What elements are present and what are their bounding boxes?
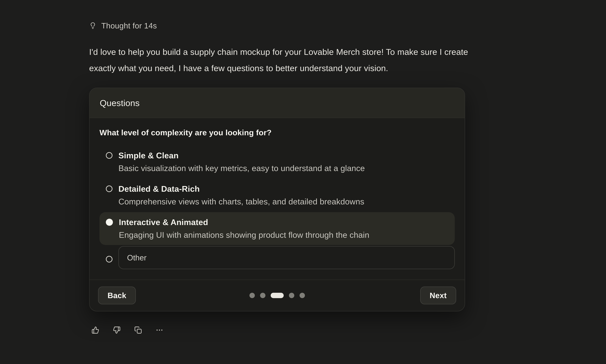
option-description: Basic visualization with key metrics, ea… [119, 162, 365, 175]
option-label: Detailed & Data-Rich [119, 182, 364, 195]
option-description: Engaging UI with animations showing prod… [119, 229, 369, 241]
option-label: Interactive & Animated [119, 216, 369, 229]
radio-selected-icon[interactable] [106, 219, 113, 226]
pagination-dot [260, 293, 265, 298]
option-label: Simple & Clean [119, 149, 365, 162]
questions-card-header: Questions [90, 88, 465, 118]
question-text: What level of complexity are you looking… [99, 126, 455, 139]
message-actions [91, 326, 606, 334]
pagination-dots [249, 293, 305, 298]
pagination-dot [289, 293, 294, 298]
option-description: Comprehensive views with charts, tables,… [119, 195, 364, 208]
radio-unselected-icon[interactable] [106, 185, 112, 192]
copy-icon[interactable] [134, 326, 142, 334]
thumbs-down-icon[interactable] [113, 326, 121, 334]
pagination-dot [249, 293, 255, 298]
next-button[interactable]: Next [420, 286, 456, 304]
radio-unselected-icon[interactable] [106, 152, 112, 159]
option-other[interactable] [99, 246, 455, 269]
message-line: I'd love to help you build a supply chai… [89, 44, 606, 60]
thought-duration-label: Thought for 14s [101, 21, 157, 30]
other-option-input[interactable] [119, 246, 455, 269]
option-detailed-data-rich[interactable]: Detailed & Data-Rich Comprehensive views… [99, 179, 455, 212]
ellipsis-icon[interactable] [156, 326, 163, 334]
chat-message-block: Thought for 14s I'd love to help you bui… [0, 0, 606, 334]
lightbulb-icon [89, 22, 96, 30]
questions-card-body: What level of complexity are you looking… [90, 118, 465, 280]
thumbs-up-icon[interactable] [91, 326, 99, 334]
questions-card-footer: Back Next [90, 280, 465, 311]
radio-unselected-icon[interactable] [106, 256, 112, 262]
option-interactive-animated[interactable]: Interactive & Animated Engaging UI with … [99, 212, 455, 245]
pagination-dot-active [271, 293, 284, 298]
message-line: exactly what you need, I have a few ques… [89, 60, 606, 76]
thought-toggle[interactable]: Thought for 14s [89, 21, 157, 30]
assistant-message: I'd love to help you build a supply chai… [89, 44, 606, 76]
back-button[interactable]: Back [98, 286, 136, 304]
option-simple-clean[interactable]: Simple & Clean Basic visualization with … [99, 145, 455, 178]
pagination-dot [299, 293, 305, 298]
card-title: Questions [100, 98, 140, 108]
questions-card: Questions What level of complexity are y… [89, 88, 465, 312]
